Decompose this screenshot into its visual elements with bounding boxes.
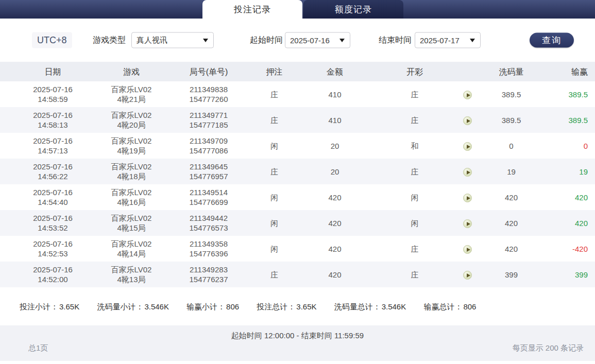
summary-winloss-total: 输赢总计：806: [423, 302, 476, 311]
winloss-cell: 19: [536, 167, 595, 177]
footer: 起始时间 12:00:00 - 结束时间 11:59:59 总1页 每页显示 2…: [0, 325, 595, 361]
result-cell: 闲: [381, 218, 448, 228]
tab-quota-records-label: 额度记录: [335, 4, 372, 15]
game-cell: 百家乐LV024靴19局: [106, 136, 157, 155]
game-cell: 百家乐LV024靴18局: [106, 162, 157, 181]
play-icon[interactable]: [463, 245, 472, 254]
replay-cell: [448, 244, 487, 254]
table-row: 2025-07-1614:58:59 百家乐LV024靴21局 21134983…: [0, 81, 595, 107]
amount-cell: 20: [288, 141, 381, 151]
col-header-game: 游戏: [106, 67, 157, 77]
bet-cell: 庄: [260, 115, 288, 125]
game-cell: 百家乐LV024靴16局: [106, 187, 157, 207]
play-icon[interactable]: [463, 271, 472, 280]
amount-cell: 410: [288, 115, 381, 125]
table-header: 日期 游戏 局号(单号) 押注 金额 开彩 洗码量 输赢: [0, 62, 595, 81]
rolling-cell: 420: [487, 244, 536, 254]
summary-rolling-total: 洗码量总计：3.546K: [334, 302, 406, 311]
table-row: 2025-07-1614:57:13 百家乐LV024靴19局 21134970…: [0, 133, 595, 159]
result-cell: 庄: [381, 115, 448, 125]
tab-quota-records[interactable]: 额度记录: [303, 0, 403, 19]
table-body: 2025-07-1614:58:59 百家乐LV024靴21局 21134983…: [0, 81, 595, 287]
result-cell: 庄: [381, 244, 448, 254]
rolling-cell: 389.5: [487, 90, 536, 99]
query-button[interactable]: 查询: [530, 33, 574, 48]
amount-cell: 20: [288, 167, 381, 177]
play-icon[interactable]: [463, 116, 472, 125]
bet-cell: 庄: [260, 90, 288, 99]
start-time-label: 起始时间: [250, 35, 283, 46]
date-cell: 2025-07-1614:57:13: [0, 136, 106, 155]
tab-bet-records[interactable]: 投注记录: [202, 0, 302, 19]
end-time-select[interactable]: 2025-07-17: [415, 32, 481, 48]
round-cell: 211349645154776957: [157, 162, 260, 181]
end-time-value: 2025-07-17: [420, 36, 460, 45]
page-count-label: 总1页: [28, 343, 48, 353]
result-cell: 庄: [381, 90, 448, 99]
amount-cell: 420: [288, 193, 381, 202]
replay-cell: [448, 115, 487, 125]
result-cell: 和: [381, 141, 448, 151]
amount-cell: 410: [288, 90, 381, 99]
chevron-down-icon: [203, 39, 208, 42]
play-icon[interactable]: [463, 91, 472, 99]
col-header-date: 日期: [0, 67, 106, 77]
result-cell: 庄: [381, 270, 448, 280]
rolling-cell: 0: [487, 141, 536, 151]
table-row: 2025-07-1614:56:22 百家乐LV024靴18局 21134964…: [0, 159, 595, 184]
bet-cell: 庄: [260, 270, 288, 280]
col-header-round: 局号(单号): [157, 67, 260, 77]
result-cell: 闲: [381, 193, 448, 202]
table-row: 2025-07-1614:58:13 百家乐LV024靴20局 21134977…: [0, 107, 595, 133]
round-cell: 211349283154776237: [157, 265, 260, 284]
round-cell: 211349514154776699: [157, 187, 260, 207]
round-cell: 211349358154776396: [157, 239, 260, 258]
play-icon[interactable]: [463, 219, 472, 228]
summary-bet-subtotal: 投注小计：3.65K: [20, 302, 79, 311]
date-cell: 2025-07-1614:52:00: [0, 265, 106, 284]
table-row: 2025-07-1614:52:53 百家乐LV024靴14局 21134935…: [0, 236, 595, 262]
game-type-value: 真人视讯: [137, 36, 167, 45]
winloss-cell: 420: [536, 193, 595, 202]
date-cell: 2025-07-1614:56:22: [0, 162, 106, 181]
rolling-cell: 389.5: [487, 115, 536, 125]
col-header-rolling: 洗码量: [487, 67, 536, 77]
game-type-select[interactable]: 真人视讯: [131, 32, 214, 48]
col-header-winloss: 输赢: [536, 67, 595, 77]
game-cell: 百家乐LV024靴20局: [106, 110, 157, 130]
winloss-cell: 420: [536, 218, 595, 228]
round-cell: 211349771154777185: [157, 110, 260, 130]
bet-cell: 闲: [260, 218, 288, 228]
end-time-label: 结束时间: [379, 35, 412, 46]
winloss-cell: 0: [536, 141, 595, 151]
bet-cell: 闲: [260, 193, 288, 202]
rolling-cell: 399: [487, 270, 536, 280]
replay-cell: [448, 192, 487, 202]
date-cell: 2025-07-1614:52:53: [0, 239, 106, 258]
tab-bet-records-label: 投注记录: [234, 4, 271, 15]
bet-cell: 闲: [260, 141, 288, 151]
date-cell: 2025-07-1614:54:40: [0, 187, 106, 207]
replay-cell: [448, 269, 487, 280]
round-cell: 211349442154776573: [157, 213, 260, 233]
play-icon[interactable]: [463, 142, 472, 151]
winloss-cell: 389.5: [536, 115, 595, 125]
game-type-label: 游戏类型: [93, 35, 126, 46]
play-icon[interactable]: [463, 194, 472, 202]
table-row: 2025-07-1614:52:00 百家乐LV024靴13局 21134928…: [0, 262, 595, 287]
rolling-cell: 19: [487, 167, 536, 177]
replay-cell: [448, 141, 487, 151]
amount-cell: 420: [288, 244, 381, 254]
bet-cell: 庄: [260, 167, 288, 177]
timezone-label: UTC+8: [32, 32, 72, 48]
result-cell: 庄: [381, 167, 448, 177]
filter-bar: UTC+8 游戏类型 真人视讯 起始时间 2025-07-16 结束时间 202…: [0, 19, 595, 62]
col-header-amount: 金额: [288, 67, 381, 77]
summary-rolling-subtotal: 洗码量小计：3.546K: [97, 302, 169, 311]
time-range-note: 起始时间 12:00:00 - 结束时间 11:59:59: [0, 331, 595, 341]
rolling-cell: 420: [487, 218, 536, 228]
date-cell: 2025-07-1614:53:52: [0, 213, 106, 233]
summary-totals: 投注小计：3.65K 洗码量小计：3.546K 输赢小计：806 投注总计：3.…: [20, 302, 586, 312]
start-time-select[interactable]: 2025-07-16: [285, 32, 350, 48]
play-icon[interactable]: [463, 168, 472, 177]
